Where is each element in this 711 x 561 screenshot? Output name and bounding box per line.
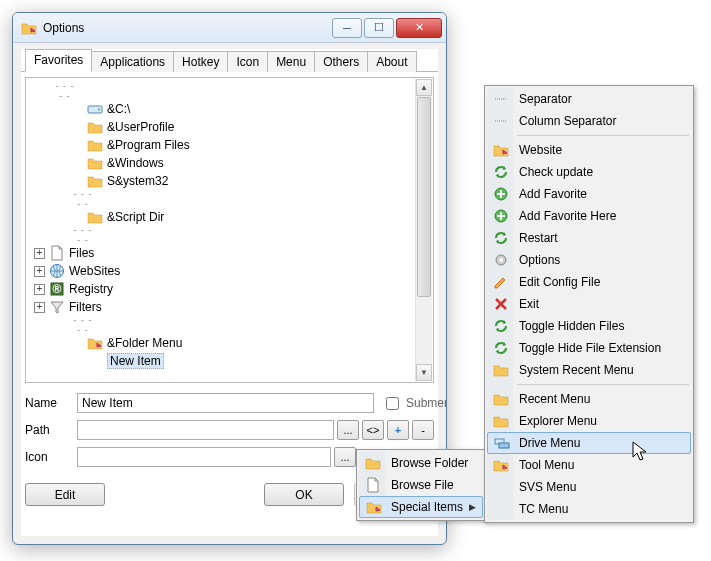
add-icon: [493, 208, 509, 224]
menu-item-restart[interactable]: Restart: [487, 227, 691, 249]
menu-item-exit[interactable]: Exit: [487, 293, 691, 315]
reg-icon: [49, 281, 65, 297]
tree-node[interactable]: &C:\: [30, 100, 433, 118]
tree-node[interactable]: +WebSites: [30, 262, 433, 280]
menu-label: Browse Folder: [391, 456, 468, 470]
tree-node[interactable]: &Script Dir: [30, 208, 433, 226]
path-view-button[interactable]: <>: [362, 420, 384, 440]
favorites-tree[interactable]: - - - - -&C:\&UserProfile&Program Files&…: [25, 77, 434, 383]
name-input[interactable]: [77, 393, 374, 413]
menu-item-browse-file[interactable]: Browse File: [359, 474, 483, 496]
menu-item-special-items[interactable]: Special Items▶: [359, 496, 483, 518]
globe-icon: [49, 263, 65, 279]
tab-favorites[interactable]: Favorites: [25, 49, 92, 72]
expand-icon[interactable]: +: [34, 284, 45, 295]
tree-node[interactable]: - - - - -: [30, 82, 433, 100]
path-browse-button[interactable]: ...: [337, 420, 359, 440]
tree-label: &Script Dir: [107, 210, 164, 224]
menu-label: Browse File: [391, 478, 454, 492]
icon-browse-button[interactable]: ...: [334, 447, 356, 467]
tree-node[interactable]: &Windows: [30, 154, 433, 172]
tree-node[interactable]: - - - - -: [30, 226, 433, 244]
path-label: Path: [25, 423, 77, 437]
menu-label: Toggle Hide File Extension: [519, 341, 661, 355]
tab-strip: FavoritesApplicationsHotkeyIconMenuOther…: [21, 49, 438, 72]
scroll-up-button[interactable]: ▲: [416, 79, 432, 96]
maximize-button[interactable]: ☐: [364, 18, 394, 38]
menu-label: Edit Config File: [519, 275, 600, 289]
tree-node[interactable]: - - - - -: [30, 316, 433, 334]
expand-icon[interactable]: +: [34, 266, 45, 277]
tree-label: &UserProfile: [107, 120, 174, 134]
window-title: Options: [43, 21, 330, 35]
tree-scrollbar[interactable]: ▲ ▼: [415, 79, 432, 381]
menu-item-explorer-menu[interactable]: Explorer Menu: [487, 410, 691, 432]
tree-node[interactable]: S&ystem32: [30, 172, 433, 190]
tab-icon[interactable]: Icon: [227, 51, 268, 72]
tab-others[interactable]: Others: [314, 51, 368, 72]
special-items-submenu: SeparatorColumn SeparatorWebsiteCheck up…: [484, 85, 694, 523]
menu-item-tc-menu[interactable]: TC Menu: [487, 498, 691, 520]
submenu-arrow-icon: ▶: [469, 502, 476, 512]
refresh-icon: [493, 318, 509, 334]
tree-node[interactable]: - - - - -: [30, 190, 433, 208]
icon-input[interactable]: [77, 447, 331, 467]
menu-item-website[interactable]: Website: [487, 139, 691, 161]
folder-icon: [365, 455, 381, 471]
menu-label: Recent Menu: [519, 392, 590, 406]
tree-node[interactable]: &Folder Menu: [30, 334, 433, 352]
tree-node[interactable]: +Files: [30, 244, 433, 262]
menu-item-system-recent-menu[interactable]: System Recent Menu: [487, 359, 691, 381]
path-remove-button[interactable]: -: [412, 420, 434, 440]
tree-node[interactable]: New Item: [30, 352, 433, 370]
edit-button[interactable]: Edit: [25, 483, 105, 506]
sep-icon: [493, 113, 509, 129]
foldermenu-icon: [366, 499, 382, 515]
menu-item-column-separator[interactable]: Column Separator: [487, 110, 691, 132]
menu-item-options[interactable]: Options: [487, 249, 691, 271]
app-icon: [21, 20, 37, 36]
tree-label: Files: [69, 246, 94, 260]
menu-label: Website: [519, 143, 562, 157]
tree-node[interactable]: &UserProfile: [30, 118, 433, 136]
scroll-thumb[interactable]: [417, 97, 431, 297]
tab-hotkey[interactable]: Hotkey: [173, 51, 228, 72]
menu-item-tool-menu[interactable]: Tool Menu: [487, 454, 691, 476]
path-add-button[interactable]: +: [387, 420, 409, 440]
expand-icon[interactable]: +: [34, 302, 45, 313]
tree-label: &Windows: [107, 156, 164, 170]
menu-item-drive-menu[interactable]: Drive Menu: [487, 432, 691, 454]
menu-item-add-favorite[interactable]: Add Favorite: [487, 183, 691, 205]
menu-item-browse-folder[interactable]: Browse Folder: [359, 452, 483, 474]
folder-icon: [87, 155, 103, 171]
tab-applications[interactable]: Applications: [91, 51, 174, 72]
menu-item-edit-config-file[interactable]: Edit Config File: [487, 271, 691, 293]
tab-about[interactable]: About: [367, 51, 416, 72]
add-icon: [493, 186, 509, 202]
menu-item-recent-menu[interactable]: Recent Menu: [487, 388, 691, 410]
separator-icon: - - - - -: [72, 315, 94, 335]
tree-node[interactable]: +Filters: [30, 298, 433, 316]
titlebar[interactable]: Options ─ ☐ ✕: [13, 13, 446, 43]
drivemenu-icon: [494, 435, 510, 451]
path-input[interactable]: [77, 420, 334, 440]
menu-item-check-update[interactable]: Check update: [487, 161, 691, 183]
menu-label: Add Favorite Here: [519, 209, 616, 223]
menu-item-toggle-hidden-files[interactable]: Toggle Hidden Files: [487, 315, 691, 337]
tree-label: S&ystem32: [107, 174, 168, 188]
expand-icon[interactable]: +: [34, 248, 45, 259]
submenu-checkbox[interactable]: Submenu: [382, 394, 434, 413]
close-button[interactable]: ✕: [396, 18, 442, 38]
tree-node[interactable]: &Program Files: [30, 136, 433, 154]
ok-button[interactable]: OK: [264, 483, 344, 506]
menu-item-separator[interactable]: Separator: [487, 88, 691, 110]
tree-node[interactable]: +Registry: [30, 280, 433, 298]
menu-item-add-favorite-here[interactable]: Add Favorite Here: [487, 205, 691, 227]
tab-menu[interactable]: Menu: [267, 51, 315, 72]
menu-separator: [517, 384, 689, 385]
tree-label: &C:\: [107, 102, 130, 116]
menu-item-toggle-hide-file-extension[interactable]: Toggle Hide File Extension: [487, 337, 691, 359]
scroll-down-button[interactable]: ▼: [416, 364, 432, 381]
minimize-button[interactable]: ─: [332, 18, 362, 38]
menu-item-svs-menu[interactable]: SVS Menu: [487, 476, 691, 498]
